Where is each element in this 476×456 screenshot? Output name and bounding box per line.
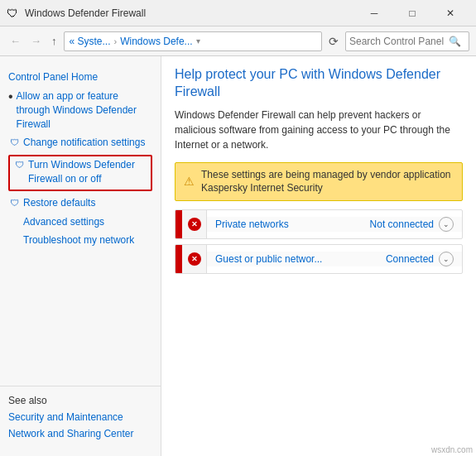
see-also-section: See also Security and Maintenance Networ…	[0, 386, 161, 448]
advanced-settings-link[interactable]: Advanced settings	[23, 215, 104, 229]
private-network-status[interactable]: Not connected	[370, 218, 434, 230]
network-x-icon-public: ✕	[188, 252, 201, 266]
search-box: 🔍	[345, 31, 469, 51]
bullet-icon: •	[8, 90, 13, 103]
minimize-button[interactable]: ─	[355, 0, 393, 26]
allow-app-link[interactable]: Allow an app or feature through Windows …	[17, 89, 152, 131]
change-notification-link[interactable]: Change notification settings	[23, 136, 145, 150]
network-icon-area-private: ✕	[182, 210, 207, 238]
network-row-red-bar-public	[175, 245, 182, 273]
public-network-chevron[interactable]: ⌄	[439, 252, 454, 266]
address-bar: ← → ↑ « Syste... › Windows Defe... ▾ ⟳ 🔍	[0, 26, 476, 56]
troubleshoot-link[interactable]: Troubleshoot my network	[23, 233, 134, 247]
network-row-public: ✕ Guest or public networ... Connected ⌄	[175, 244, 463, 274]
network-row-content-private: Private networks Not connected ⌄	[207, 217, 462, 232]
breadcrumb-part2[interactable]: Windows Defe...	[120, 36, 192, 47]
public-network-name[interactable]: Guest or public networ...	[215, 253, 386, 265]
network-x-icon-private: ✕	[188, 218, 201, 231]
sidebar-item-change-notification: 🛡 Change notification settings	[8, 136, 152, 151]
network-row-red-bar-private	[175, 210, 182, 238]
back-button[interactable]: ←	[7, 33, 24, 49]
app-icon: 🛡	[7, 7, 20, 20]
shield-icon-onoff: 🛡	[13, 159, 25, 170]
warning-text: These settings are being managed by vend…	[201, 168, 454, 196]
private-network-chevron[interactable]: ⌄	[439, 217, 454, 232]
breadcrumb-sep1: ›	[114, 36, 118, 46]
close-button[interactable]: ✕	[431, 0, 469, 26]
restore-defaults-link[interactable]: Restore defaults	[23, 196, 95, 210]
network-row-content-public: Guest or public networ... Connected ⌄	[207, 252, 462, 266]
content-area: Help protect your PC with Windows Defend…	[161, 56, 476, 456]
shield-icon-restore: 🛡	[8, 197, 20, 209]
search-input[interactable]	[349, 36, 449, 47]
security-maintenance-link[interactable]: Security and Maintenance	[8, 410, 152, 425]
warning-icon: ⚠	[184, 175, 195, 188]
warning-banner: ⚠ These settings are being managed by ve…	[175, 162, 463, 202]
sidebar-section-main: • Allow an app or feature through Window…	[0, 89, 161, 259]
title-bar: 🛡 Windows Defender Firewall ─ □ ✕	[0, 0, 476, 26]
network-row-private: ✕ Private networks Not connected ⌄	[175, 209, 463, 239]
up-button[interactable]: ↑	[48, 33, 60, 49]
sidebar: Control Panel Home • Allow an app or fea…	[0, 56, 161, 456]
turn-onoff-link[interactable]: Turn Windows Defender Firewall on or off	[28, 158, 147, 186]
page-title: Help protect your PC with Windows Defend…	[175, 66, 463, 101]
sidebar-item-restore: 🛡 Restore defaults	[8, 196, 152, 212]
watermark: wsxdn.com	[431, 445, 473, 454]
network-sharing-link[interactable]: Network and Sharing Center	[8, 426, 152, 441]
shield-icon-notification: 🛡	[8, 137, 20, 148]
see-also-title: See also	[8, 395, 152, 406]
maximize-button[interactable]: □	[393, 0, 431, 26]
breadcrumb-bar[interactable]: « Syste... › Windows Defe... ▾	[64, 31, 323, 51]
forward-button[interactable]: →	[27, 33, 45, 49]
sidebar-item-advanced: Advanced settings	[23, 215, 152, 231]
sidebar-item-turn-onoff: 🛡 Turn Windows Defender Firewall on or o…	[8, 155, 152, 191]
sidebar-home-link[interactable]: Control Panel Home	[0, 65, 161, 89]
window-title: Windows Defender Firewall	[25, 7, 146, 19]
search-icon[interactable]: 🔍	[449, 36, 461, 47]
refresh-button[interactable]: ⟳	[325, 33, 342, 50]
breadcrumb-part1[interactable]: « Syste...	[70, 36, 111, 47]
main-layout: Control Panel Home • Allow an app or fea…	[0, 56, 476, 456]
private-network-name[interactable]: Private networks	[215, 218, 370, 230]
sidebar-item-allow-app: • Allow an app or feature through Window…	[8, 89, 152, 132]
public-network-status[interactable]: Connected	[386, 253, 434, 265]
page-description: Windows Defender Firewall can help preve…	[175, 108, 463, 152]
window-controls: ─ □ ✕	[355, 0, 469, 26]
breadcrumb-dropdown-arrow[interactable]: ▾	[196, 36, 200, 46]
network-icon-area-public: ✕	[182, 245, 207, 273]
sidebar-item-troubleshoot: Troubleshoot my network	[23, 233, 152, 249]
